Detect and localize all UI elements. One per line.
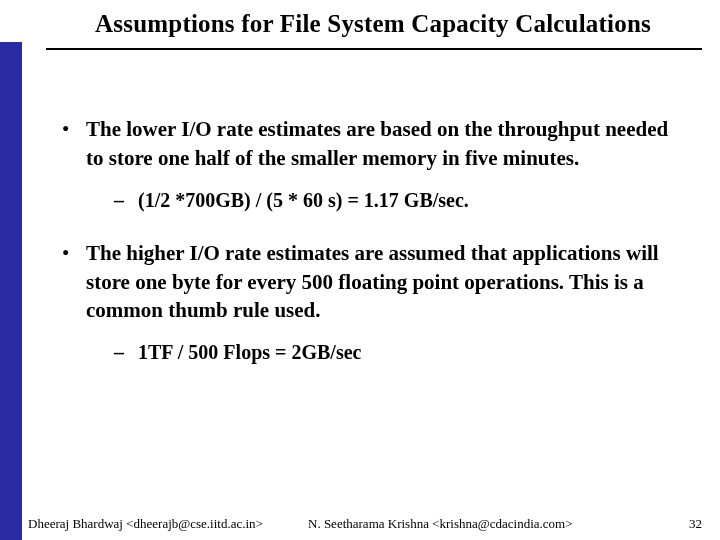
sub-bullet-item: – 1TF / 500 Flops = 2GB/sec (114, 339, 680, 367)
sub-bullet-item: – (1/2 *700GB) / (5 * 60 s) = 1.17 GB/se… (114, 187, 680, 215)
title-underline (46, 48, 702, 50)
bullet-marker: • (62, 115, 86, 173)
sub-bullet-text: 1TF / 500 Flops = 2GB/sec (138, 339, 680, 367)
side-stripe (0, 42, 22, 540)
bullet-text: The lower I/O rate estimates are based o… (86, 115, 680, 173)
sub-bullet-marker: – (114, 187, 138, 215)
bullet-text: The higher I/O rate estimates are assume… (86, 239, 680, 326)
bullet-marker: • (62, 239, 86, 326)
slide: Assumptions for File System Capacity Cal… (0, 0, 720, 540)
footer: Dheeraj Bhardwaj <dheerajb@cse.iitd.ac.i… (28, 516, 702, 532)
sub-bullet-marker: – (114, 339, 138, 367)
footer-author-right: N. Seetharama Krishna <krishna@cdacindia… (308, 516, 573, 532)
sub-bullet-text: (1/2 *700GB) / (5 * 60 s) = 1.17 GB/sec. (138, 187, 680, 215)
page-number: 32 (689, 516, 702, 532)
slide-content: • The lower I/O rate estimates are based… (62, 115, 680, 391)
footer-author-left: Dheeraj Bhardwaj <dheerajb@cse.iitd.ac.i… (28, 516, 263, 532)
bullet-item: • The lower I/O rate estimates are based… (62, 115, 680, 173)
slide-title: Assumptions for File System Capacity Cal… (46, 10, 700, 38)
bullet-item: • The higher I/O rate estimates are assu… (62, 239, 680, 326)
